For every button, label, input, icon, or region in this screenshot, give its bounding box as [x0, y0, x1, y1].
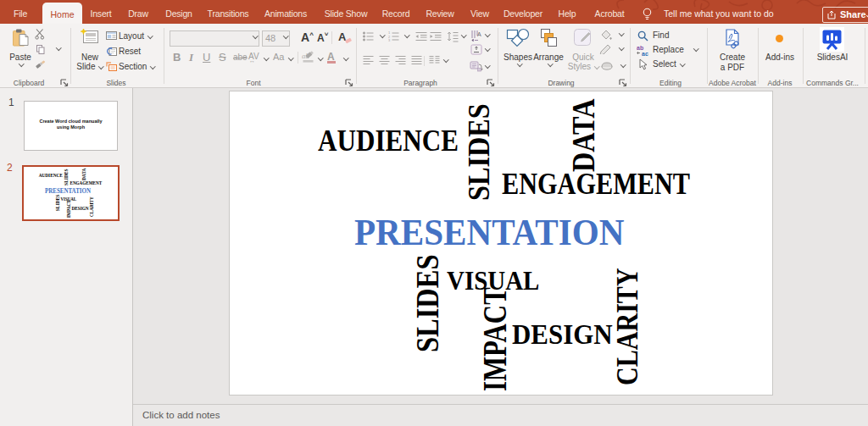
- svg-text:ac: ac: [642, 51, 648, 57]
- svg-text:3: 3: [388, 38, 391, 41]
- svg-text:A: A: [477, 31, 481, 37]
